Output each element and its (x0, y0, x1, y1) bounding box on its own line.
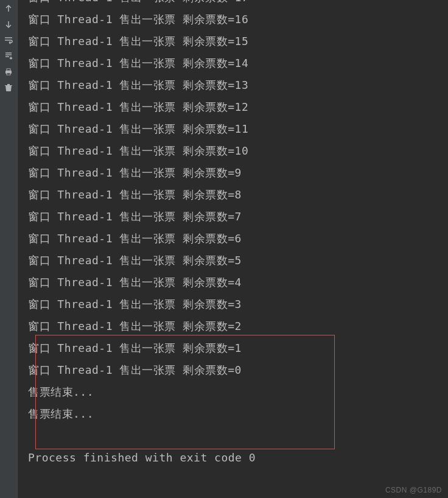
svg-rect-1 (7, 69, 10, 71)
console-line: 窗口 Thread-1 售出一张票 剩余票数=9 (28, 162, 448, 184)
console-end-line: 售票结束... (28, 403, 448, 425)
soft-wrap-icon[interactable] (4, 35, 13, 45)
console-line: 窗口 Thread-1 售出一张票 剩余票数=14 (28, 52, 448, 74)
console-line: 窗口 Thread-1 售出一张票 剩余票数=3 (28, 293, 448, 315)
print-icon[interactable] (4, 67, 13, 77)
console-line: 窗口 Thread-1 售出一张票 剩余票数=16 (28, 9, 448, 30)
console-output: 窗口 Thread-1 售出一张票 剩余票数=17窗口 Thread-1 售出一… (17, 0, 448, 498)
console-line: 窗口 Thread-1 售出一张票 剩余票数=0 (28, 359, 448, 381)
svg-rect-2 (7, 73, 10, 75)
console-line: 窗口 Thread-1 售出一张票 剩余票数=12 (28, 96, 448, 118)
process-exit-line: Process finished with exit code 0 (28, 447, 448, 469)
console-line: 窗口 Thread-1 售出一张票 剩余票数=5 (28, 250, 448, 272)
console-line: 窗口 Thread-1 售出一张票 剩余票数=11 (28, 118, 448, 140)
console-line: 窗口 Thread-1 售出一张票 剩余票数=13 (28, 74, 448, 96)
console-line: 窗口 Thread-1 售出一张票 剩余票数=10 (28, 140, 448, 162)
console-line: 窗口 Thread-1 售出一张票 剩余票数=1 (28, 337, 448, 359)
trash-icon[interactable] (4, 83, 13, 93)
console-line: 窗口 Thread-1 售出一张票 剩余票数=15 (28, 30, 448, 52)
arrow-down-icon[interactable] (4, 19, 13, 29)
console-line: 窗口 Thread-1 售出一张票 剩余票数=4 (28, 272, 448, 293)
scroll-to-end-icon[interactable] (4, 51, 13, 61)
arrow-up-icon[interactable] (4, 4, 13, 13)
console-end-line: 售票结束... (28, 381, 448, 403)
console-line: 窗口 Thread-1 售出一张票 剩余票数=8 (28, 184, 448, 206)
csdn-watermark: CSDN @G189D (385, 486, 442, 494)
console-line: 窗口 Thread-1 售出一张票 剩余票数=6 (28, 228, 448, 250)
console-line: 窗口 Thread-1 售出一张票 剩余票数=2 (28, 315, 448, 337)
console-gutter (0, 0, 17, 498)
console-line: 窗口 Thread-1 售出一张票 剩余票数=7 (28, 206, 448, 228)
console-line: 窗口 Thread-1 售出一张票 剩余票数=17 (28, 0, 448, 9)
